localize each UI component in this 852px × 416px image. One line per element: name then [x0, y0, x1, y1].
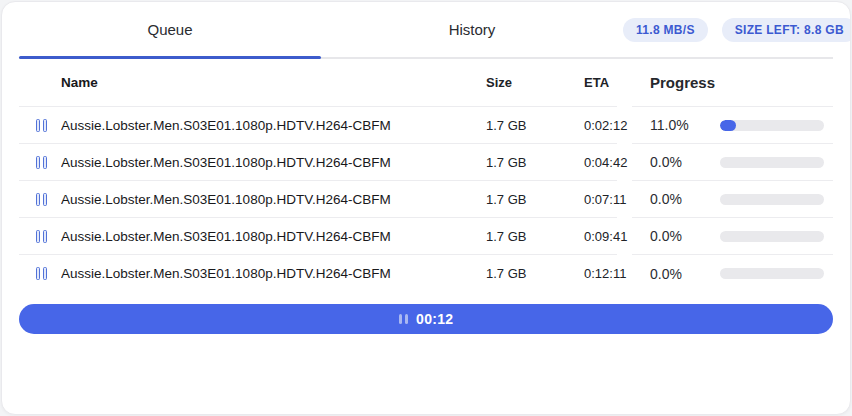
download-eta: 0:04:42 [561, 155, 617, 170]
column-header-name: Name [61, 75, 486, 90]
download-eta: 0:12:11 [561, 266, 617, 281]
progress-percent: 11.0% [650, 117, 720, 133]
tab-bar: Queue History 11.8 MB/S SIZE LEFT: 8.8 G… [19, 2, 833, 59]
download-eta: 0:02:12 [561, 118, 617, 133]
progress-bar [720, 231, 824, 242]
pause-icon[interactable] [34, 154, 49, 171]
table-row: Aussie.Lobster.Men.S03E01.1080p.HDTV.H26… [19, 144, 833, 181]
pause-icon[interactable] [34, 228, 49, 245]
tab-queue[interactable]: Queue [19, 2, 321, 57]
pause-timer: 00:12 [416, 311, 453, 327]
download-size: 1.7 GB [486, 266, 561, 281]
tab-queue-label: Queue [147, 21, 192, 38]
download-name: Aussie.Lobster.Men.S03E01.1080p.HDTV.H26… [61, 118, 486, 133]
queue-window: Queue History 11.8 MB/S SIZE LEFT: 8.8 G… [1, 1, 851, 415]
download-size: 1.7 GB [486, 118, 561, 133]
column-header-size: Size [486, 75, 561, 90]
table-row: Aussie.Lobster.Men.S03E01.1080p.HDTV.H26… [19, 255, 833, 292]
table-row: Aussie.Lobster.Men.S03E01.1080p.HDTV.H26… [19, 107, 833, 144]
download-name: Aussie.Lobster.Men.S03E01.1080p.HDTV.H26… [61, 155, 486, 170]
pause-icon [399, 314, 409, 324]
table-row: Aussie.Lobster.Men.S03E01.1080p.HDTV.H26… [19, 181, 833, 218]
column-header-progress: Progress [650, 74, 715, 91]
pause-all-button[interactable]: 00:12 [19, 304, 833, 334]
queue-table: Name Size ETA Progress Aussie.Lobster.Me… [19, 59, 833, 292]
download-eta: 0:09:41 [561, 229, 617, 244]
progress-bar [720, 157, 824, 168]
download-name: Aussie.Lobster.Men.S03E01.1080p.HDTV.H26… [61, 229, 486, 244]
progress-percent: 0.0% [650, 266, 720, 282]
pause-icon[interactable] [34, 265, 49, 282]
progress-percent: 0.0% [650, 154, 720, 170]
download-eta: 0:07:11 [561, 192, 617, 207]
pause-icon[interactable] [34, 191, 49, 208]
progress-bar [720, 194, 824, 205]
download-size: 1.7 GB [486, 192, 561, 207]
progress-percent: 0.0% [650, 228, 720, 244]
download-size: 1.7 GB [486, 155, 561, 170]
size-left-badge: SIZE LEFT: 8.8 GB [722, 18, 851, 42]
progress-percent: 0.0% [650, 191, 720, 207]
speed-badge: 11.8 MB/S [623, 18, 708, 42]
tab-history[interactable]: History [321, 2, 623, 57]
table-header-row: Name Size ETA Progress [19, 59, 833, 107]
tab-history-label: History [449, 21, 496, 38]
download-name: Aussie.Lobster.Men.S03E01.1080p.HDTV.H26… [61, 192, 486, 207]
progress-bar [720, 120, 824, 131]
download-name: Aussie.Lobster.Men.S03E01.1080p.HDTV.H26… [61, 266, 486, 281]
column-header-eta: ETA [561, 75, 617, 90]
progress-bar [720, 268, 824, 279]
table-row: Aussie.Lobster.Men.S03E01.1080p.HDTV.H26… [19, 218, 833, 255]
pause-icon[interactable] [34, 117, 49, 134]
download-size: 1.7 GB [486, 229, 561, 244]
status-badges: 11.8 MB/S SIZE LEFT: 8.8 GB [623, 2, 851, 57]
